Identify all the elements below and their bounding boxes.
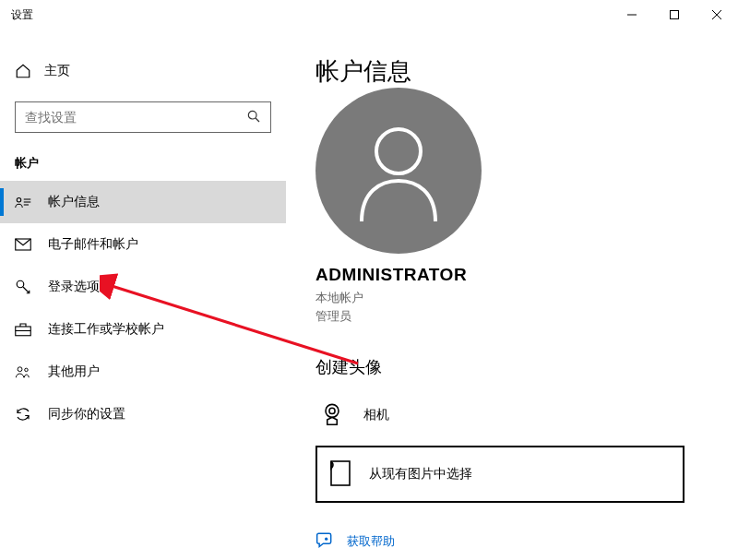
avatar bbox=[315, 88, 482, 254]
username: ADMINISTRATOR bbox=[315, 265, 716, 285]
users-icon bbox=[15, 363, 31, 380]
sidebar-item-work-school[interactable]: 连接工作或学校帐户 bbox=[0, 308, 286, 351]
account-info-icon bbox=[15, 194, 31, 210]
sidebar: 主页 帐户 帐户信息 电子邮件和帐户 登录选项 bbox=[0, 30, 286, 560]
get-help-link[interactable]: 获取帮助 bbox=[315, 530, 716, 552]
sidebar-item-label: 其他用户 bbox=[48, 363, 100, 380]
main-content: 帐户信息 ADMINISTRATOR 本地帐户 管理员 创建头像 相机 bbox=[286, 30, 738, 560]
help-icon bbox=[315, 530, 334, 552]
email-icon bbox=[15, 236, 31, 253]
search-box[interactable] bbox=[15, 101, 271, 133]
svg-point-4 bbox=[248, 111, 256, 119]
svg-point-18 bbox=[329, 408, 335, 413]
camera-label: 相机 bbox=[363, 407, 389, 423]
sidebar-item-signin-options[interactable]: 登录选项 bbox=[0, 266, 286, 308]
sync-icon bbox=[15, 406, 31, 423]
sidebar-item-sync[interactable]: 同步你的设置 bbox=[0, 393, 286, 435]
window-controls bbox=[611, 0, 738, 30]
help-label: 获取帮助 bbox=[347, 533, 395, 550]
briefcase-icon bbox=[15, 321, 31, 338]
browse-pictures-button[interactable]: 从现有图片中选择 bbox=[315, 446, 684, 503]
camera-icon bbox=[319, 400, 345, 429]
sidebar-section-label: 帐户 bbox=[0, 133, 286, 181]
key-icon bbox=[15, 279, 31, 295]
svg-point-20 bbox=[325, 538, 327, 541]
svg-rect-1 bbox=[671, 11, 679, 19]
svg-point-17 bbox=[326, 404, 339, 417]
titlebar: 设置 bbox=[0, 0, 738, 30]
sidebar-item-email[interactable]: 电子邮件和帐户 bbox=[0, 223, 286, 266]
home-nav[interactable]: 主页 bbox=[0, 55, 286, 87]
sidebar-item-label: 同步你的设置 bbox=[48, 406, 125, 423]
page-title: 帐户信息 bbox=[315, 55, 716, 88]
search-icon bbox=[246, 109, 261, 126]
account-type-local: 本地帐户 bbox=[315, 289, 716, 307]
sidebar-item-label: 电子邮件和帐户 bbox=[48, 236, 138, 253]
account-type-admin: 管理员 bbox=[315, 307, 716, 326]
sidebar-item-other-users[interactable]: 其他用户 bbox=[0, 351, 286, 393]
svg-rect-19 bbox=[331, 461, 350, 485]
home-label: 主页 bbox=[44, 63, 70, 79]
search-input[interactable] bbox=[25, 110, 246, 125]
sidebar-item-label: 帐户信息 bbox=[48, 194, 100, 210]
window-title: 设置 bbox=[11, 7, 33, 23]
browse-label: 从现有图片中选择 bbox=[369, 466, 472, 483]
sidebar-item-account-info[interactable]: 帐户信息 bbox=[0, 181, 286, 223]
maximize-button[interactable] bbox=[653, 0, 696, 30]
minimize-button[interactable] bbox=[611, 0, 653, 30]
home-icon bbox=[15, 63, 31, 79]
svg-point-6 bbox=[17, 198, 21, 203]
create-avatar-title: 创建头像 bbox=[315, 356, 716, 378]
svg-line-5 bbox=[256, 118, 259, 122]
app-body: 主页 帐户 帐户信息 电子邮件和帐户 登录选项 bbox=[0, 30, 738, 560]
svg-point-16 bbox=[376, 129, 421, 173]
svg-point-11 bbox=[17, 280, 24, 288]
sidebar-item-label: 连接工作或学校帐户 bbox=[48, 321, 164, 338]
picture-icon bbox=[330, 460, 351, 489]
svg-point-14 bbox=[18, 367, 22, 372]
close-button[interactable] bbox=[696, 0, 738, 30]
svg-point-15 bbox=[25, 368, 28, 371]
camera-option[interactable]: 相机 bbox=[315, 395, 716, 435]
sidebar-item-label: 登录选项 bbox=[48, 279, 100, 295]
